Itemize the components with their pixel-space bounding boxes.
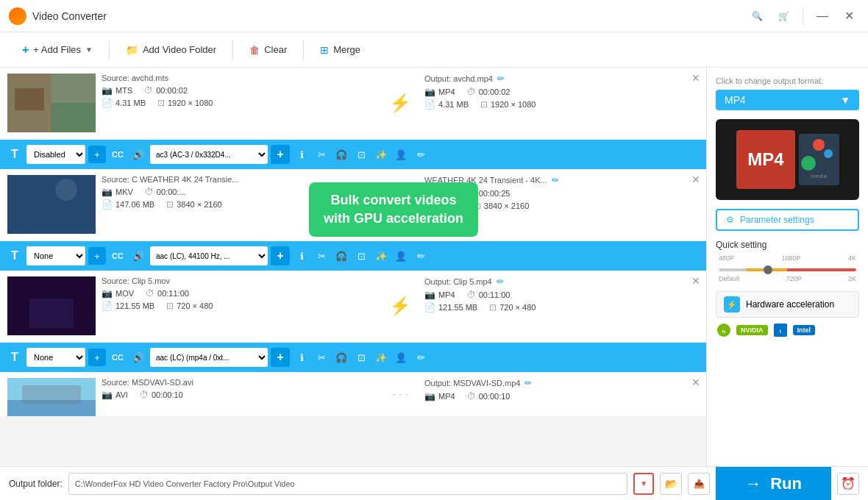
action-icons-2: ℹ ✂ 🎧 ⊡ ✨ 👤 ✏ — [293, 247, 430, 265]
cc-icon-2[interactable]: CC — [109, 247, 127, 265]
svg-rect-5 — [7, 175, 96, 234]
source-label-4: Source: MSDVAVI-SD.avi — [102, 378, 376, 387]
file-info-row-3: Source: Clip 5.mov 📷 MOV ⏱ 00:11:00 — [0, 271, 706, 341]
output-label-1: Output: avchd.mp4 ✏ — [424, 74, 699, 84]
audio2-icon-1[interactable]: 🎧 — [332, 146, 350, 163]
edit2-icon-1[interactable]: ✏ — [412, 146, 430, 163]
crop-icon-3[interactable]: ⊡ — [352, 349, 370, 366]
edit2-icon-2[interactable]: ✏ — [412, 247, 430, 265]
edit-output-2[interactable]: ✏ — [552, 175, 559, 185]
watermark-icon-3[interactable]: 👤 — [392, 349, 410, 366]
svg-text:media: media — [811, 173, 827, 179]
search-icon[interactable]: 🔍 — [747, 6, 767, 26]
thumbnail-1 — [7, 74, 96, 132]
close-file-1[interactable]: ✕ — [691, 72, 700, 84]
info-icon-3[interactable]: ℹ — [293, 349, 310, 366]
plus-audio-1[interactable]: + — [271, 145, 290, 164]
subtitle-select-1[interactable]: Disabled None — [26, 145, 85, 164]
source-format-4: 📷 AVI — [102, 390, 128, 400]
watermark-icon-2[interactable]: 👤 — [392, 247, 410, 265]
subtitle-select-3[interactable]: None Disabled — [26, 348, 85, 367]
output-res-1: ⊡ 1920 × 1080 — [480, 99, 536, 110]
format-value: MP4 — [725, 94, 746, 106]
svg-text:N: N — [722, 329, 725, 334]
source-label-1: Source: avchd.mts — [102, 74, 376, 82]
intel-label[interactable]: Intel — [793, 325, 816, 335]
open-folder-button[interactable]: 📂 — [660, 473, 682, 495]
audio-icon-1: 🔊 — [129, 146, 147, 163]
source-label-3: Source: Clip 5.mov — [102, 276, 376, 285]
plus-audio-2[interactable]: + — [271, 246, 290, 265]
info-icon-2[interactable]: ℹ — [293, 247, 310, 265]
audio-select-1[interactable]: ac3 (AC-3 / 0x332D4... — [150, 145, 268, 164]
quality-slider[interactable] — [719, 268, 856, 271]
minimize-button[interactable]: — — [812, 6, 833, 26]
source-format-2: 📷 MKV — [102, 187, 133, 197]
clear-button[interactable]: 🗑 Clear — [239, 40, 297, 60]
crop-icon-2[interactable]: ⊡ — [352, 247, 370, 265]
plus-sub-2[interactable]: + — [88, 247, 106, 265]
parameter-settings-button[interactable]: ⚙ Parameter settings — [716, 209, 859, 231]
watermark-icon-1[interactable]: 👤 — [392, 146, 410, 163]
enhance-icon-3[interactable]: ✨ — [372, 349, 390, 366]
subtitle-icon-3: T — [6, 349, 24, 366]
cc-icon-3[interactable]: CC — [109, 349, 127, 366]
output-duration-3: ⏱ 00:11:00 — [467, 290, 511, 300]
add-video-folder-button[interactable]: 📁 Add Video Folder — [115, 40, 227, 60]
close-file-3[interactable]: ✕ — [691, 275, 700, 287]
run-arrow: → — [745, 474, 761, 493]
alarm-button[interactable]: ⏰ — [837, 473, 859, 495]
path-dropdown-button[interactable]: ▼ — [633, 473, 654, 495]
plus-sub-3[interactable]: + — [88, 349, 106, 366]
merge-button[interactable]: ⊞ Merge — [310, 40, 371, 60]
export-button[interactable]: 📤 — [688, 473, 710, 495]
output-path-input[interactable] — [68, 473, 628, 495]
divider — [803, 7, 803, 25]
edit2-icon-3[interactable]: ✏ — [412, 349, 430, 366]
crop-icon-1[interactable]: ⊡ — [352, 146, 370, 163]
cart-icon[interactable]: 🛒 — [773, 6, 794, 26]
run-button[interactable]: → Run — [716, 467, 831, 501]
plus-sub-1[interactable]: + — [88, 146, 106, 163]
audio-select-3[interactable]: aac (LC) (mp4a / 0xt... — [150, 348, 268, 367]
plus-icon: + — [22, 43, 29, 57]
file-entry-4: Source: MSDVAVI-SD.avi 📷 AVI ⏱ 00:00:10 — [0, 372, 706, 416]
close-button[interactable]: ✕ — [839, 6, 859, 26]
output-label-3: Output: Clip 5.mp4 ✏ — [424, 276, 699, 287]
label-480p: 480P — [719, 254, 734, 262]
cut-icon-2[interactable]: ✂ — [313, 247, 330, 265]
source-res-3: ⊡ 720 × 480 — [166, 301, 213, 311]
cut-icon-1[interactable]: ✂ — [313, 146, 330, 163]
audio-select-2[interactable]: aac (LC), 44100 Hz, ... — [150, 246, 268, 265]
svg-rect-3 — [51, 103, 96, 132]
nvidia-label[interactable]: NVIDIA — [736, 325, 768, 335]
hardware-acceleration-button[interactable]: ⚡ Hardware acceleration — [716, 291, 859, 318]
edit-output-3[interactable]: ✏ — [497, 276, 504, 287]
output-label-4: Output: MSDVAVI-SD.mp4 ✏ — [424, 378, 699, 388]
subtitle-icon-1: T — [6, 146, 24, 163]
intel-icon: i — [772, 322, 789, 338]
svg-point-19 — [801, 156, 816, 171]
label-4k: 4K — [848, 254, 856, 262]
cc-icon-1[interactable]: CC — [109, 146, 127, 163]
audio2-icon-2[interactable]: 🎧 — [332, 247, 350, 265]
audio2-icon-3[interactable]: 🎧 — [332, 349, 350, 366]
enhance-icon-2[interactable]: ✨ — [372, 247, 390, 265]
info-icon-1[interactable]: ℹ — [293, 146, 310, 163]
add-files-button[interactable]: + + Add Files ▼ — [12, 39, 103, 61]
close-file-2[interactable]: ✕ — [691, 174, 700, 185]
label-default: Default — [719, 275, 740, 282]
cut-icon-3[interactable]: ✂ — [313, 349, 330, 366]
plus-audio-3[interactable]: + — [271, 348, 290, 367]
bottom-bar: Output folder: ▼ 📂 📤 → Run ⏰ — [0, 466, 868, 500]
file-list: Source: avchd.mts 📷 MTS ⏱ 00:00:02 — [0, 68, 706, 466]
trash-icon: 🗑 — [249, 44, 260, 56]
enhance-icon-1[interactable]: ✨ — [372, 146, 390, 163]
control-bar-1: T Disabled None + CC 🔊 ac3 (AC-3 / 0x332… — [0, 140, 706, 169]
subtitle-select-2[interactable]: None Disabled — [26, 246, 85, 265]
edit-output-4[interactable]: ✏ — [524, 378, 532, 388]
gpu-icon: GPU — [385, 189, 416, 220]
close-file-4[interactable]: ✕ — [691, 376, 700, 388]
format-dropdown[interactable]: MP4 ▼ — [716, 90, 859, 110]
edit-output-1[interactable]: ✏ — [497, 74, 505, 84]
